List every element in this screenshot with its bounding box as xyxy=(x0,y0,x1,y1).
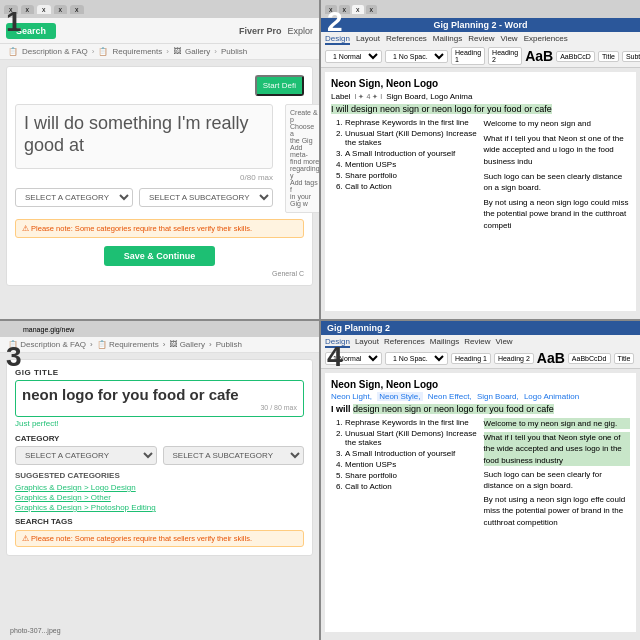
q2-ribbon-tabs: Design Layout References Mailings Review… xyxy=(325,34,636,45)
q4-list-item: A Small Introduction of yourself xyxy=(345,449,478,458)
spacing-dropdown[interactable]: 1 No Spac. xyxy=(385,50,448,63)
aabbcc-style[interactable]: AaBbCcD xyxy=(556,51,595,62)
q4-right-p4: By not using a neon sign logo effe could… xyxy=(484,494,631,528)
q3-number: 3 xyxy=(6,341,22,373)
q3-content: GIG TITLE neon logo for you food or cafe… xyxy=(6,359,313,556)
browser-url: manage.gig/new xyxy=(23,326,74,333)
q2-format-bar: 1 Normal 1 No Spac. Heading 1 Heading 2 … xyxy=(325,47,636,65)
right-p3: Such logo can be seen clearly distance o… xyxy=(484,171,631,193)
q4-two-column: Rephrase Keywords in the first line Unus… xyxy=(331,418,630,531)
general-label: General C xyxy=(15,270,304,277)
quadrant-3: 3 manage.gig/new 📋 Description & FAQ › 📋… xyxy=(0,321,319,640)
browser-tab[interactable]: x xyxy=(366,5,378,14)
q4-doc-title: Neon Sign, Neon Logo xyxy=(331,379,630,390)
q1-browser-bar: x x x x x xyxy=(0,0,319,18)
q1-breadcrumb: 📋 Description & FAQ › 📋 Requirements › 🖼… xyxy=(0,44,319,60)
headline-text[interactable]: I will do something I'm really good at xyxy=(24,113,264,156)
breadcrumb-gallery[interactable]: 🖼 xyxy=(173,47,181,56)
q4-tab-layout[interactable]: Layout xyxy=(355,337,379,348)
ribbon-tab-review[interactable]: Review xyxy=(468,34,494,45)
breadcrumb-requirements[interactable]: 📋 xyxy=(98,47,108,56)
gig-title-label: GIG TITLE xyxy=(15,368,304,377)
gig-title-input[interactable]: neon logo for you food or cafe 30 / 80 m… xyxy=(15,380,304,417)
q4-right-p3: Such logo can be seen clearly for distan… xyxy=(484,469,631,491)
title-style[interactable]: Title xyxy=(598,51,619,62)
q4-list-item: Mention USPs xyxy=(345,460,478,469)
photo-label: photo-307...jpeg xyxy=(10,627,61,634)
q3-subcategory-select[interactable]: SELECT A SUBCATEGORY xyxy=(163,446,305,465)
char-count: 0/80 max xyxy=(15,173,273,182)
gig-prefix: I will xyxy=(331,404,351,414)
heading2-style[interactable]: Heading 2 xyxy=(488,47,522,65)
q1-tab[interactable]: x xyxy=(70,5,84,14)
q2-browser-bar: x x x x xyxy=(321,0,640,18)
q4-list-item: Unusual Start (Kill Demons) Increase the… xyxy=(345,429,478,447)
breadcrumb-gallery[interactable]: 🖼 Gallery xyxy=(169,340,205,349)
ribbon-tab-experiences[interactable]: Experiences xyxy=(524,34,568,45)
style-dropdown[interactable]: 1 Normal xyxy=(325,50,382,63)
browser-tab[interactable]: x xyxy=(352,5,364,14)
q4-heading1[interactable]: Heading 1 xyxy=(451,353,491,364)
quadrant-2: 2 x x x x Gig Planning 2 - Word Design L… xyxy=(321,0,640,319)
q4-heading2[interactable]: Heading 2 xyxy=(494,353,534,364)
q4-format-bar: 1 Normal 1 No Spac. Heading 1 Heading 2 … xyxy=(325,350,636,366)
suggestion-3[interactable]: Graphics & Design > Photoshop Editing xyxy=(15,503,304,512)
subtitle-style[interactable]: Subtitle xyxy=(622,51,640,62)
tag-neon-light: Neon Light, xyxy=(331,392,372,401)
q4-aabbcc[interactable]: AaBbCcDd xyxy=(568,353,611,364)
category-select[interactable]: SELECT A CATEGORY xyxy=(15,188,133,207)
breadcrumb-publish[interactable]: Publish xyxy=(216,340,242,349)
q4-right-p1: Welcome to my neon sign and ne gig. xyxy=(484,418,631,429)
category-label: CATEGORY xyxy=(15,434,304,443)
q1-tab[interactable]: x xyxy=(54,5,68,14)
q4-title-bar: Gig Planning 2 xyxy=(321,321,640,335)
ribbon-tab-references[interactable]: References xyxy=(386,34,427,45)
notice-text: Please note: Some categories require tha… xyxy=(31,534,252,543)
list-item: Rephrase Keywords in the first line xyxy=(345,118,478,127)
breadcrumb-item[interactable]: 📋 xyxy=(8,47,18,56)
breadcrumb-publish[interactable]: Publish xyxy=(221,47,247,56)
q4-tab-references[interactable]: References xyxy=(384,337,425,348)
q4-list-item: Rephrase Keywords in the first line xyxy=(345,418,478,427)
tag-neon-style: Neon Style, xyxy=(377,392,422,401)
aab-style[interactable]: AaB xyxy=(525,48,553,64)
save-continue-button[interactable]: Save & Continue xyxy=(104,246,216,266)
q4-tab-mailings[interactable]: Mailings xyxy=(430,337,459,348)
fiverr-pro-label: Fiverr Pro xyxy=(239,26,282,36)
q1-tab[interactable]: x xyxy=(37,5,51,14)
tag-logo-animation: Logo Animation xyxy=(524,392,579,401)
list-item: Unusual Start (Kill Demons) Increase the… xyxy=(345,129,478,147)
breadcrumb-description[interactable]: Description & FAQ xyxy=(22,47,88,56)
list-item: Share portfolio xyxy=(345,171,478,180)
q4-tab-review[interactable]: Review xyxy=(464,337,490,348)
q4-aab[interactable]: AaB xyxy=(537,350,565,366)
q4-tab-view[interactable]: View xyxy=(495,337,512,348)
q4-document: Neon Sign, Neon Logo Neon Light, Neon St… xyxy=(325,373,636,632)
q1-tab[interactable]: x xyxy=(21,5,35,14)
ribbon-tab-layout[interactable]: Layout xyxy=(356,34,380,45)
q4-right-column: Welcome to my neon sign and ne gig. What… xyxy=(484,418,631,531)
suggestion-1[interactable]: Graphics & Design > Logo Design xyxy=(15,483,304,492)
q4-spacing-select[interactable]: 1 No Spac. xyxy=(385,352,448,365)
ribbon-tab-mailings[interactable]: Mailings xyxy=(433,34,462,45)
gig-title-value[interactable]: neon logo for you food or cafe xyxy=(22,386,297,404)
validation-message: Just perfect! xyxy=(15,419,304,428)
q4-list-item: Share portfolio xyxy=(345,471,478,480)
q4-tags: Neon Light, Neon Style, Neon Effect, Sig… xyxy=(331,392,630,401)
subcategory-select[interactable]: SELECT A SUBCATEGORY xyxy=(139,188,273,207)
breadcrumb-req-label[interactable]: Requirements xyxy=(112,47,162,56)
q3-category-select[interactable]: SELECT A CATEGORY xyxy=(15,446,157,465)
quadrant-4: 4 Gig Planning 2 Design Layout Reference… xyxy=(321,321,640,640)
start-definition-button[interactable]: Start Defi xyxy=(255,75,304,96)
suggestion-2[interactable]: Graphics & Design > Other xyxy=(15,493,304,502)
breadcrumb-gallery-label[interactable]: Gallery xyxy=(185,47,210,56)
keyword-list: Rephrase Keywords in the first line Unus… xyxy=(331,118,478,191)
seller-notice: Please note: Some categories require tha… xyxy=(15,219,304,238)
list-item: A Small Introduction of yourself xyxy=(345,149,478,158)
breadcrumb-req[interactable]: 📋 Requirements xyxy=(97,340,159,349)
q4-ribbon: Design Layout References Mailings Review… xyxy=(321,335,640,369)
heading1-style[interactable]: Heading 1 xyxy=(451,47,485,65)
q4-title[interactable]: Title xyxy=(614,353,635,364)
ribbon-tab-view[interactable]: View xyxy=(500,34,517,45)
q3-notice: ⚠ Please note: Some categories require t… xyxy=(15,530,304,547)
